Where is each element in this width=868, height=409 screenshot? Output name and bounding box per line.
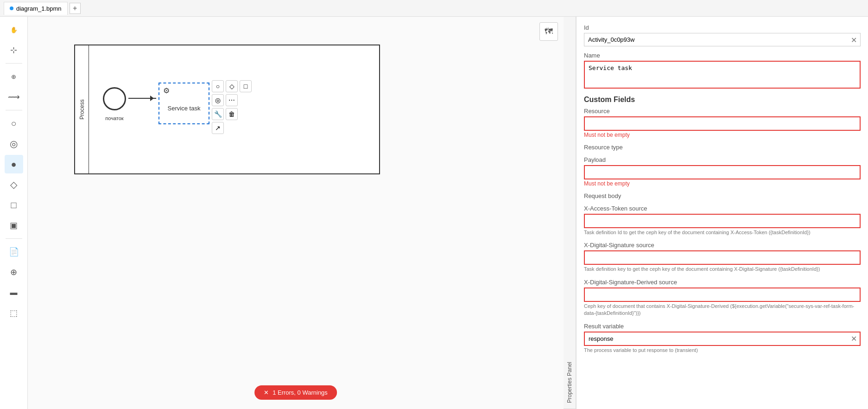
right-panel: Id ✕ Name Service task Custom Fields Res… <box>576 17 868 409</box>
tool-document[interactable]: 📄 <box>5 243 23 261</box>
hand-icon: ✋ <box>10 26 18 33</box>
ctx-circle-btn[interactable]: ○ <box>212 80 224 92</box>
tab-label: diagram_1.bpmn <box>16 5 62 12</box>
tool-lasso[interactable]: ⟿ <box>5 88 23 106</box>
id-input[interactable] <box>584 33 861 46</box>
result-variable-group: Result variable ✕ The process variable t… <box>584 323 861 354</box>
pool-label-text: Process <box>79 99 85 119</box>
service-task-icon: ⚙ <box>163 86 170 95</box>
id-group: Id ✕ <box>584 24 861 46</box>
tab-unsaved-dot <box>10 6 13 10</box>
tool-dashed-rect[interactable]: ⬚ <box>5 304 23 322</box>
resource-group: Resource Must not be empty <box>584 108 861 138</box>
left-toolbar: ✋ ⊹ ⊕ ⟿ ○ ◎ ● ◇ □ ▣ 📄 <box>0 17 28 409</box>
error-bar[interactable]: ✕ 1 Errors, 0 Warnings <box>254 385 337 400</box>
toolbar-separator-3 <box>6 238 22 239</box>
sequence-flow <box>128 98 156 99</box>
id-label: Id <box>584 24 861 31</box>
tool-hand[interactable]: ✋ <box>5 20 23 39</box>
ctx-arrow-btn[interactable]: ↗ <box>212 122 224 134</box>
ctx-circle-icon: ○ <box>216 83 220 90</box>
request-body-label: Request body <box>584 192 861 199</box>
tool-diamond[interactable]: ◇ <box>5 175 23 194</box>
x-digital-sig-derived-group: X-Digital-Signature-Derived source Ceph … <box>584 279 861 317</box>
minimap-button[interactable]: 🗺 <box>539 22 558 41</box>
ctx-wrench-btn[interactable]: 🔧 <box>212 108 224 120</box>
ctx-row-3: 🔧 🗑 <box>212 108 252 120</box>
tool-move[interactable]: ⊕ <box>5 67 23 86</box>
custom-fields-heading: Custom Fields <box>584 96 861 104</box>
ctx-rect-btn[interactable]: □ <box>240 80 252 92</box>
add-tab-button[interactable]: + <box>70 3 81 14</box>
start-event[interactable]: початок <box>103 87 126 110</box>
ctx-row-2: ◎ ⋯ <box>212 94 252 106</box>
error-icon: ✕ <box>264 389 269 396</box>
x-access-token-hint: Task definition Id to get the ceph key o… <box>584 229 861 236</box>
tool-rectangle[interactable]: □ <box>5 196 23 214</box>
ctx-arrow-icon: ↗ <box>215 124 221 132</box>
circle-icon: ○ <box>11 118 16 129</box>
result-variable-clear-button[interactable]: ✕ <box>851 334 857 343</box>
x-digital-sig-derived-input[interactable] <box>584 288 861 302</box>
tool-rect-wide[interactable]: ▬ <box>5 283 23 302</box>
x-digital-sig-group: X-Digital-Signature source Task definiti… <box>584 242 861 273</box>
tool-circle-bold[interactable]: ● <box>5 155 23 173</box>
document-icon: 📄 <box>9 247 19 257</box>
ctx-row-4: ↗ <box>212 122 252 134</box>
ctx-diamond-icon: ◇ <box>229 83 234 90</box>
diamond-icon: ◇ <box>10 179 17 190</box>
bpmn-canvas: Process початок ⚙ Service task ○ ◇ □ <box>74 45 380 174</box>
ctx-dots-btn[interactable]: ⋯ <box>226 94 238 106</box>
error-text: 1 Errors, 0 Warnings <box>272 389 328 396</box>
service-task-shape[interactable]: ⚙ Service task <box>158 83 209 124</box>
rectangle2-icon: ▣ <box>10 220 18 230</box>
properties-tab-label: Properties Panel <box>566 362 573 403</box>
cylinder-icon: ⊕ <box>10 267 17 277</box>
request-body-group: Request body <box>584 192 861 199</box>
payload-error: Must not be empty <box>584 180 861 187</box>
x-digital-sig-derived-label: X-Digital-Signature-Derived source <box>584 279 861 286</box>
ctx-delete-btn[interactable]: 🗑 <box>226 108 238 120</box>
x-digital-sig-input[interactable] <box>584 250 861 265</box>
result-variable-label: Result variable <box>584 323 861 330</box>
lasso-icon: ⟿ <box>8 92 20 102</box>
resource-label: Resource <box>584 108 861 115</box>
dashed-rect-icon: ⬚ <box>10 308 18 318</box>
ctx-circle2-icon: ◎ <box>215 96 221 104</box>
x-access-token-group: X-Access-Token source Task definition Id… <box>584 205 861 236</box>
circle-bold-icon: ● <box>11 159 16 170</box>
main-layout: ✋ ⊹ ⊕ ⟿ ○ ◎ ● ◇ □ ▣ 📄 <box>0 17 868 409</box>
tab-diagram[interactable]: diagram_1.bpmn <box>4 2 68 15</box>
resource-input[interactable] <box>584 116 861 131</box>
ctx-diamond-btn[interactable]: ◇ <box>226 80 238 92</box>
name-textarea[interactable]: Service task <box>584 61 861 89</box>
ctx-row-1: ○ ◇ □ <box>212 80 252 92</box>
x-digital-sig-label: X-Digital-Signature source <box>584 242 861 249</box>
result-variable-input[interactable] <box>584 332 861 346</box>
tab-bar: diagram_1.bpmn + <box>0 0 868 17</box>
result-variable-hint: The process variable to put response to … <box>584 347 861 354</box>
canvas-area[interactable]: 🗺 Process початок ⚙ Service task ○ <box>28 17 564 409</box>
x-access-token-label: X-Access-Token source <box>584 205 861 212</box>
tool-circle[interactable]: ○ <box>5 114 23 133</box>
ctx-wrench-icon: 🔧 <box>214 110 222 118</box>
name-group: Name Service task <box>584 52 861 90</box>
circle-outline-icon: ◎ <box>10 138 18 149</box>
name-label: Name <box>584 52 861 59</box>
payload-input[interactable] <box>584 165 861 179</box>
tool-rectangle2[interactable]: ▣ <box>5 216 23 235</box>
tool-select[interactable]: ⊹ <box>5 41 23 59</box>
select-icon: ⊹ <box>10 45 17 55</box>
minimap-icon: 🗺 <box>545 27 553 37</box>
x-access-token-input[interactable] <box>584 214 861 228</box>
rectangle-icon: □ <box>11 200 16 211</box>
ctx-delete-icon: 🗑 <box>228 110 235 118</box>
toolbar-separator-1 <box>6 63 22 64</box>
rect-wide-icon: ▬ <box>10 288 18 297</box>
tool-cylinder[interactable]: ⊕ <box>5 263 23 281</box>
tool-circle-outline[interactable]: ◎ <box>5 134 23 153</box>
id-clear-button[interactable]: ✕ <box>851 35 857 44</box>
ctx-circle2-btn[interactable]: ◎ <box>212 94 224 106</box>
context-toolbar: ○ ◇ □ ◎ ⋯ 🔧 🗑 ↗ <box>212 80 252 134</box>
properties-panel-tab[interactable]: Properties Panel <box>564 17 576 409</box>
